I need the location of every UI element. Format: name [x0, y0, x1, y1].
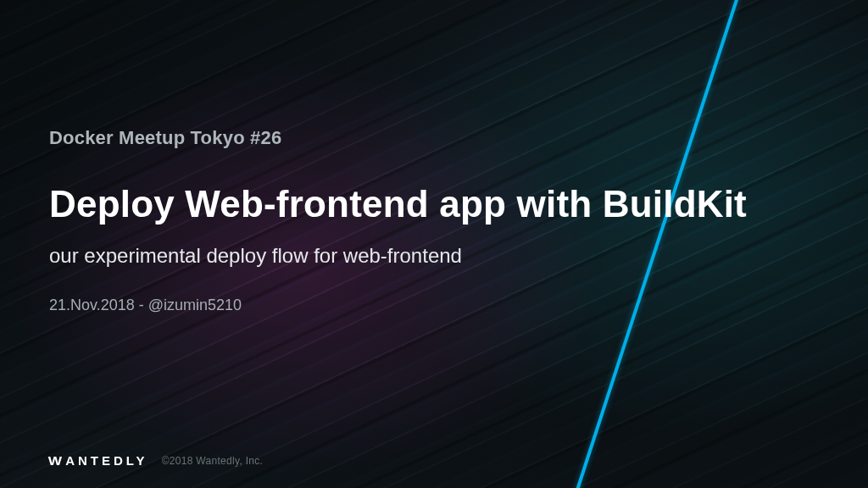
wantedly-logo: WANTEDLY [49, 453, 148, 468]
date-and-author: 21.Nov.2018 - @izumin5210 [49, 297, 800, 314]
brand-text: ANTEDLY [65, 453, 147, 468]
talk-title: Deploy Web-frontend app with BuildKit [49, 183, 800, 225]
title-slide: Docker Meetup Tokyo #26 Deploy Web-front… [0, 0, 868, 488]
copyright-text: ©2018 Wantedly, Inc. [162, 455, 264, 467]
slide-content: Docker Meetup Tokyo #26 Deploy Web-front… [49, 127, 800, 314]
footer: WANTEDLY ©2018 Wantedly, Inc. [49, 453, 263, 468]
talk-subtitle: our experimental deploy flow for web-fro… [49, 244, 800, 268]
event-name: Docker Meetup Tokyo #26 [49, 127, 800, 149]
